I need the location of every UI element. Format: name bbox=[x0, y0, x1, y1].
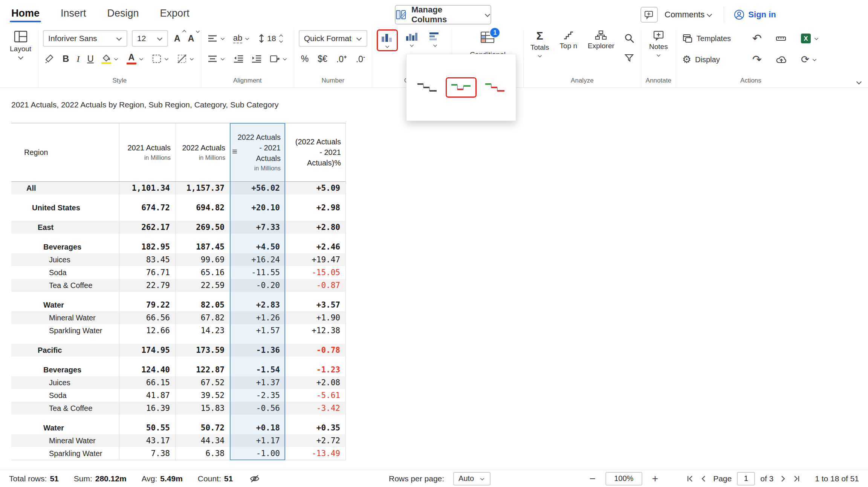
collapse-ribbon-icon[interactable] bbox=[856, 80, 862, 84]
cell-value[interactable]: 674.72 bbox=[119, 201, 175, 214]
cell-value[interactable]: 7.38 bbox=[119, 447, 175, 460]
row-label[interactable]: Soda bbox=[11, 389, 119, 402]
cell-value[interactable]: -11.55 bbox=[230, 266, 285, 279]
tab-export[interactable]: Export bbox=[159, 2, 190, 25]
column-header-variance[interactable]: 2022 Actuals - 2021 Actuals in Millions bbox=[230, 123, 285, 181]
cell-value[interactable]: 122.87 bbox=[175, 363, 230, 376]
currency-format-button[interactable]: $€ bbox=[315, 53, 330, 65]
cell-value[interactable]: -0.20 bbox=[230, 279, 285, 292]
last-page-button[interactable] bbox=[792, 475, 801, 483]
cell-value[interactable]: +16.24 bbox=[230, 253, 285, 266]
cell-value[interactable]: +2.98 bbox=[285, 201, 346, 214]
cell-value[interactable]: -3.42 bbox=[285, 402, 346, 415]
publish-button[interactable] bbox=[774, 54, 789, 66]
cell-value[interactable]: +5.09 bbox=[285, 182, 346, 194]
column-drag-handle-icon[interactable]: ≡ bbox=[232, 147, 237, 156]
font-family-select[interactable]: Inforiver Sans bbox=[43, 30, 127, 47]
cell-value[interactable]: 187.45 bbox=[175, 240, 230, 253]
cell-value[interactable]: +1.17 bbox=[230, 434, 285, 447]
bold-button[interactable]: B bbox=[61, 52, 70, 66]
row-label[interactable]: Sparkling Water bbox=[11, 447, 119, 460]
row-label[interactable]: Beverages bbox=[11, 363, 119, 376]
cell-value[interactable]: 83.45 bbox=[119, 253, 175, 266]
cell-value[interactable]: 65.16 bbox=[175, 266, 230, 279]
chart-type-button-1[interactable] bbox=[377, 29, 398, 51]
cell-value[interactable]: +1.37 bbox=[230, 376, 285, 389]
cell-value[interactable]: 79.22 bbox=[119, 299, 175, 311]
step-chart-option-2-selected[interactable] bbox=[446, 77, 477, 98]
export-excel-button[interactable]: X bbox=[799, 31, 821, 46]
increase-font-button[interactable]: A bbox=[173, 32, 182, 45]
zoom-out-button[interactable]: − bbox=[588, 473, 597, 484]
cell-value[interactable]: +2.80 bbox=[285, 221, 346, 234]
row-label[interactable]: Mineral Water bbox=[11, 311, 119, 324]
cell-value[interactable]: 67.82 bbox=[175, 311, 230, 324]
page-input[interactable] bbox=[737, 472, 755, 485]
cell-value[interactable]: +2.72 bbox=[285, 434, 346, 447]
manage-columns-button[interactable]: Manage Columns bbox=[395, 5, 491, 25]
cell-value[interactable]: +2.46 bbox=[285, 240, 346, 253]
decrease-font-button[interactable]: A bbox=[186, 32, 196, 45]
cell-value[interactable]: +1.90 bbox=[285, 311, 346, 324]
cell-value[interactable]: 1,101.34 bbox=[119, 182, 175, 194]
fill-color-button[interactable] bbox=[100, 52, 121, 66]
row-label[interactable]: Tea & Coffee bbox=[11, 279, 119, 292]
cell-value[interactable]: 269.50 bbox=[175, 221, 230, 234]
top-n-button[interactable]: Top n bbox=[558, 29, 579, 51]
cell-value[interactable]: 82.05 bbox=[175, 299, 230, 311]
cell-value[interactable]: +7.33 bbox=[230, 221, 285, 234]
decrease-indent-button[interactable] bbox=[232, 53, 245, 65]
increase-decimal-button[interactable]: .0+ bbox=[334, 53, 349, 65]
cell-value[interactable]: +2.08 bbox=[285, 376, 346, 389]
percent-format-button[interactable]: % bbox=[299, 53, 311, 65]
cell-value[interactable]: -1.23 bbox=[285, 363, 346, 376]
cell-value[interactable]: 66.15 bbox=[119, 376, 175, 389]
cell-value[interactable]: +12.38 bbox=[285, 324, 346, 337]
tab-home[interactable]: Home bbox=[11, 2, 40, 25]
step-chart-option-1[interactable] bbox=[413, 78, 442, 96]
cell-value[interactable]: +1.26 bbox=[230, 311, 285, 324]
cell-value[interactable]: -0.78 bbox=[285, 344, 346, 357]
cell-value[interactable]: 76.71 bbox=[119, 266, 175, 279]
notes-button[interactable]: Notes bbox=[646, 29, 671, 58]
redo-button[interactable]: ↷ bbox=[751, 52, 763, 67]
cell-value[interactable]: 22.79 bbox=[119, 279, 175, 292]
cell-value[interactable]: 16.39 bbox=[119, 402, 175, 415]
wrap-text-button[interactable]: ab bbox=[232, 32, 252, 45]
row-height-control[interactable]: 18 bbox=[256, 32, 285, 45]
chart-type-button-3[interactable] bbox=[426, 29, 445, 49]
cell-value[interactable]: -13.49 bbox=[285, 447, 346, 460]
cell-value[interactable]: 99.69 bbox=[175, 253, 230, 266]
row-label[interactable]: Juices bbox=[11, 376, 119, 389]
eye-off-icon[interactable] bbox=[248, 473, 261, 485]
increase-indent-button[interactable] bbox=[250, 53, 263, 65]
cell-value[interactable]: 14.23 bbox=[175, 324, 230, 337]
cell-value[interactable]: 174.95 bbox=[119, 344, 175, 357]
cell-value[interactable]: 22.59 bbox=[175, 279, 230, 292]
format-painter-button[interactable] bbox=[43, 52, 57, 66]
cell-value[interactable]: -2.35 bbox=[230, 389, 285, 402]
totals-button[interactable]: Σ Totals bbox=[528, 29, 552, 59]
rows-per-page-select[interactable]: Auto bbox=[453, 472, 491, 485]
row-label[interactable]: Water bbox=[11, 421, 119, 434]
row-label[interactable]: Mineral Water bbox=[11, 434, 119, 447]
font-color-button[interactable]: A bbox=[125, 52, 146, 66]
cell-value[interactable]: +0.18 bbox=[230, 421, 285, 434]
cell-value[interactable]: +20.10 bbox=[230, 201, 285, 214]
row-label[interactable]: Soda bbox=[11, 266, 119, 279]
explorer-button[interactable]: Explorer bbox=[585, 29, 617, 51]
cell-value[interactable]: 44.34 bbox=[175, 434, 230, 447]
search-icon[interactable] bbox=[623, 32, 636, 45]
row-label[interactable]: Pacific bbox=[11, 344, 119, 357]
refresh-button[interactable]: ⟳ bbox=[799, 53, 819, 66]
column-header-2021-actuals[interactable]: 2021 Actuals in Millions bbox=[119, 123, 175, 181]
text-orientation-button[interactable] bbox=[268, 53, 289, 65]
borders-button[interactable] bbox=[150, 52, 171, 65]
chart-type-button-2[interactable] bbox=[402, 29, 421, 49]
cell-value[interactable]: 50.55 bbox=[119, 421, 175, 434]
conditional-formatting-button[interactable]: 1 bbox=[480, 31, 495, 44]
row-label[interactable]: All bbox=[11, 182, 119, 194]
cell-value[interactable]: +2.83 bbox=[230, 299, 285, 311]
column-header-variance-percent[interactable]: (2022 Actuals - 2021 Actuals)% bbox=[285, 123, 346, 181]
templates-button[interactable]: Templates bbox=[681, 32, 740, 45]
